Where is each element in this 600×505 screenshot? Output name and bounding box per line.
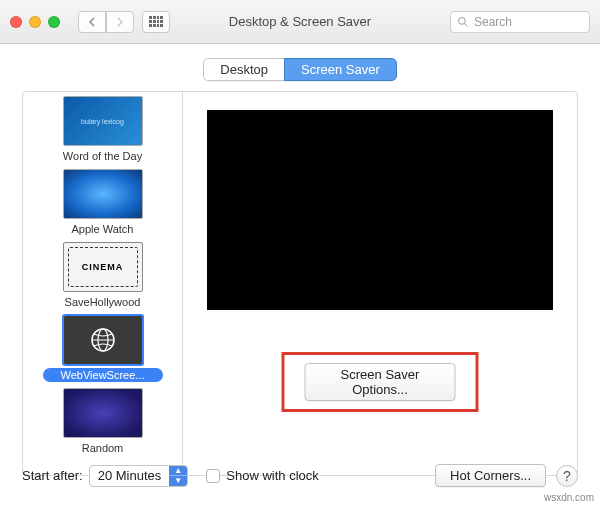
footer-row: Start after: 20 Minutes ▲▼ Show with clo… — [22, 464, 578, 487]
list-item[interactable]: WebViewScree... — [31, 315, 174, 382]
watermark: wsxdn.com — [544, 492, 594, 503]
thumbnail-webview — [63, 315, 143, 365]
hot-corners-button[interactable]: Hot Corners... — [435, 464, 546, 487]
thumbnail-word-of-the-day: bulary lexicog — [63, 96, 143, 146]
tab-screen-saver[interactable]: Screen Saver — [284, 58, 397, 81]
show-with-clock-label: Show with clock — [226, 468, 318, 483]
list-item-label: Apple Watch — [43, 222, 163, 236]
titlebar: Desktop & Screen Saver Search — [0, 0, 600, 44]
thumbnail-savehollywood: CINEMA — [63, 242, 143, 292]
search-input[interactable]: Search — [450, 11, 590, 33]
stepper-icon: ▲▼ — [169, 466, 187, 486]
close-icon[interactable] — [10, 16, 22, 28]
start-after-select[interactable]: 20 Minutes ▲▼ — [89, 465, 189, 487]
preview-screen — [207, 110, 553, 310]
back-button[interactable] — [78, 11, 106, 33]
window-controls — [10, 16, 60, 28]
tab-desktop[interactable]: Desktop — [203, 58, 284, 81]
list-item[interactable]: Random — [31, 388, 174, 455]
thumbnail-apple-watch — [63, 169, 143, 219]
list-item-label: Word of the Day — [43, 149, 163, 163]
list-item-label: SaveHollywood — [43, 295, 163, 309]
help-button[interactable]: ? — [556, 465, 578, 487]
svg-point-0 — [459, 17, 466, 24]
list-item-label: Random — [43, 441, 163, 455]
list-item[interactable]: CINEMA SaveHollywood — [31, 242, 174, 309]
zoom-icon[interactable] — [48, 16, 60, 28]
search-icon — [457, 16, 469, 28]
screen-saver-options-button[interactable]: Screen Saver Options... — [305, 363, 456, 401]
highlight-box: Screen Saver Options... — [282, 352, 479, 412]
tab-row: Desktop Screen Saver — [0, 58, 600, 81]
list-item[interactable]: Apple Watch — [31, 169, 174, 236]
tab-segment: Desktop Screen Saver — [203, 58, 396, 81]
globe-icon — [89, 326, 117, 354]
forward-button[interactable] — [106, 11, 134, 33]
thumbnail-random — [63, 388, 143, 438]
show-all-button[interactable] — [142, 11, 170, 33]
nav-buttons — [78, 11, 134, 33]
preview-pane: Screen Saver Options... — [183, 92, 577, 475]
list-item[interactable]: bulary lexicog Word of the Day — [31, 96, 174, 163]
list-item-label: WebViewScree... — [43, 368, 163, 382]
start-after-value: 20 Minutes — [90, 468, 170, 483]
svg-line-1 — [465, 23, 468, 26]
minimize-icon[interactable] — [29, 16, 41, 28]
start-after-label: Start after: — [22, 468, 83, 483]
show-with-clock-checkbox[interactable] — [206, 469, 220, 483]
main-panel: bulary lexicog Word of the Day Apple Wat… — [22, 91, 578, 476]
search-placeholder: Search — [474, 15, 512, 29]
screensaver-list[interactable]: bulary lexicog Word of the Day Apple Wat… — [23, 92, 183, 475]
